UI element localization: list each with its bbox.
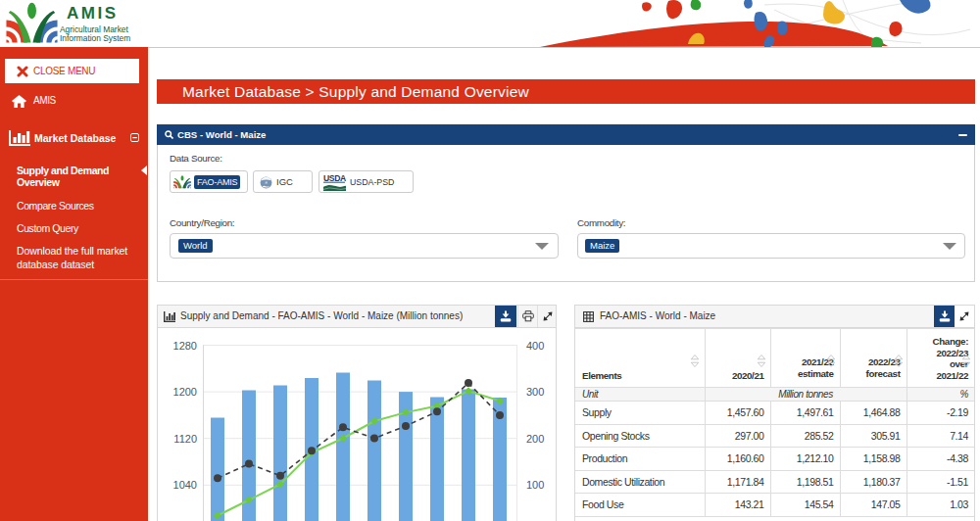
svg-text:1120: 1120 — [173, 433, 197, 445]
svg-text:1280: 1280 — [173, 340, 197, 352]
svg-text:1040: 1040 — [173, 479, 197, 491]
svg-text:300: 300 — [526, 386, 544, 398]
svg-text:1200: 1200 — [173, 386, 197, 398]
svg-text:200: 200 — [526, 433, 544, 445]
svg-text:400: 400 — [526, 340, 544, 352]
svg-text:AMIS: AMIS — [67, 4, 119, 23]
svg-text:Information System: Information System — [60, 33, 130, 43]
svg-text:100: 100 — [526, 479, 544, 491]
svg-text:USDA: USDA — [323, 174, 346, 183]
